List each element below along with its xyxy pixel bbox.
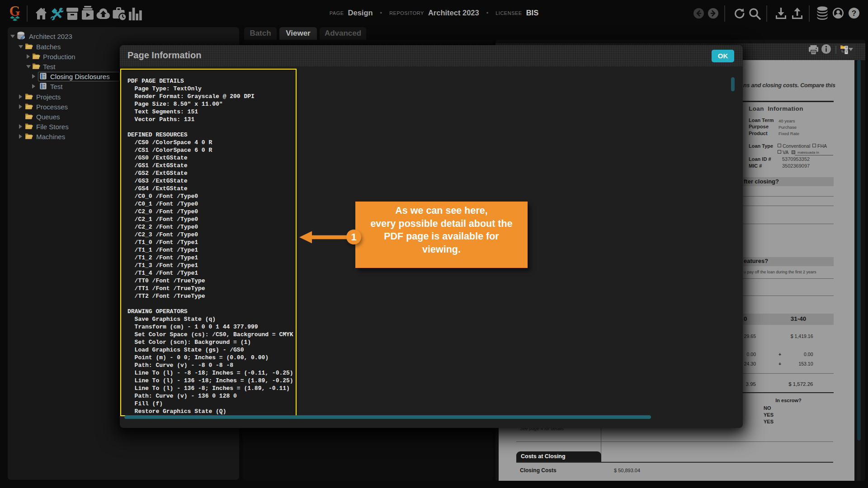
svg-text:?: ? [852,9,856,18]
